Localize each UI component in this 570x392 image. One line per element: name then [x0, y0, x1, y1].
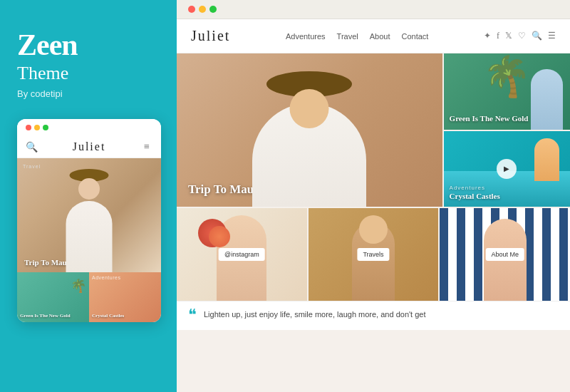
- bg2-head: [359, 215, 388, 244]
- hero-head-large: [290, 89, 329, 128]
- browser-dot-yellow: [199, 6, 206, 13]
- phone-dot-yellow: [34, 125, 40, 130]
- phone-mockup: 🔍 Juliet ≡ Travel Trip To Mauritius 🌴 Gr…: [17, 119, 161, 322]
- site-nav-icons: ✦ f 𝕏 ♡ 🔍 ☰: [484, 31, 556, 41]
- site-nav: Juliet Adventures Travel About Contact ✦…: [177, 19, 570, 53]
- nav-icon-pinterest[interactable]: ♡: [518, 31, 526, 41]
- nav-icon-search[interactable]: 🔍: [532, 31, 542, 41]
- nav-travel[interactable]: Travel: [337, 32, 358, 41]
- hero-bottom-right-label: Adventures: [450, 185, 500, 191]
- site-logo: Juliet: [191, 28, 230, 44]
- quote-mark: ❝: [188, 307, 197, 323]
- phone-hero-image: [17, 158, 161, 272]
- phone-adventures-label: Adventures: [92, 275, 120, 280]
- phone-dots: [26, 125, 48, 130]
- browser-dot-red: [188, 6, 195, 13]
- hero-bottom-right-caption: Adventures Crystal Castles: [450, 185, 500, 201]
- browser-dot-green: [209, 6, 217, 13]
- hero-person-right: [531, 69, 563, 130]
- play-icon: ▶: [504, 165, 509, 172]
- browser-chrome: [177, 0, 570, 19]
- phone-hero: Travel Trip To Mauritius: [17, 158, 161, 272]
- phone-bottom-row: 🌴 Green Is The New Gold Adventures Cryst…: [17, 272, 161, 322]
- nav-icon-menu[interactable]: ☰: [548, 31, 556, 41]
- phone-bottom-left-caption: Green Is The New Gold: [20, 313, 71, 319]
- phone-search-icon: 🔍: [26, 141, 37, 153]
- main-area: Juliet Adventures Travel About Contact ✦…: [177, 0, 570, 392]
- quote-text: Lighten up, just enjoy life, smile more,…: [204, 309, 426, 321]
- quote-section: ❝ Lighten up, just enjoy life, smile mor…: [177, 301, 570, 330]
- nav-icon-star[interactable]: ✦: [484, 31, 491, 41]
- bottom-grid-item-1: @instagram: [177, 208, 307, 301]
- bottom-grid: @instagram Travels About Me: [177, 208, 570, 301]
- hero-swimmer: [534, 138, 559, 181]
- sidebar-title: Zeen: [17, 29, 78, 61]
- phone-palm-icon: 🌴: [71, 278, 86, 294]
- phone-head: [78, 178, 100, 200]
- hero-bottom-right-title: Crystal Castles: [450, 191, 500, 201]
- hero-right-column: 🌴 Green Is The New Gold Adventures Cryst…: [444, 53, 570, 207]
- hero-palm-icon: 🌴: [482, 57, 532, 96]
- nav-icon-facebook[interactable]: f: [497, 31, 499, 41]
- sidebar: Zeen Theme By codetipi 🔍 Juliet ≡: [0, 0, 177, 392]
- bg3-tag: About Me: [485, 248, 524, 261]
- bg1-tag: @instagram: [219, 248, 265, 261]
- phone-nav: 🔍 Juliet ≡: [17, 136, 161, 158]
- bottom-grid-item-3: About Me: [440, 208, 570, 301]
- phone-menu-icon: ≡: [141, 141, 152, 153]
- phone-dot-red: [26, 125, 31, 130]
- bg1-flowers2: [209, 226, 230, 247]
- phone-hero-tag: Travel: [23, 164, 41, 169]
- hero-top-right-caption: Green Is The New Gold: [450, 113, 529, 123]
- phone-dot-green: [43, 125, 48, 130]
- sidebar-subtitle: Theme: [17, 63, 68, 84]
- bottom-grid-item-2: Travels: [309, 208, 439, 301]
- sidebar-by: By codetipi: [17, 88, 63, 99]
- nav-contact[interactable]: Contact: [401, 32, 428, 41]
- hero-top-right: 🌴 Green Is The New Gold: [444, 53, 570, 130]
- site-nav-links: Adventures Travel About Contact: [286, 32, 428, 41]
- hero-top-right-title: Green Is The New Gold: [450, 113, 529, 123]
- hero-grid: Trip To Mauritius 🌴 Green Is The New Gol…: [177, 53, 570, 207]
- phone-logo: Juliet: [37, 140, 141, 153]
- nav-adventures[interactable]: Adventures: [286, 32, 326, 41]
- phone-bottom-right-caption: Crystal Castles: [92, 313, 124, 319]
- play-button[interactable]: ▶: [497, 159, 517, 179]
- hero-main-image: Trip To Mauritius: [177, 53, 442, 207]
- bg2-tag: Travels: [357, 248, 389, 261]
- phone-body: [66, 201, 113, 272]
- phone-top-bar: [17, 119, 161, 136]
- browser-dots: [188, 6, 217, 13]
- phone-bottom-left: 🌴 Green Is The New Gold: [17, 272, 89, 322]
- phone-bottom-right: Adventures Crystal Castles: [89, 272, 161, 322]
- hero-bottom-right: Adventures Crystal Castles ▶: [444, 131, 570, 207]
- nav-icon-twitter[interactable]: 𝕏: [505, 31, 512, 41]
- nav-about[interactable]: About: [370, 32, 390, 41]
